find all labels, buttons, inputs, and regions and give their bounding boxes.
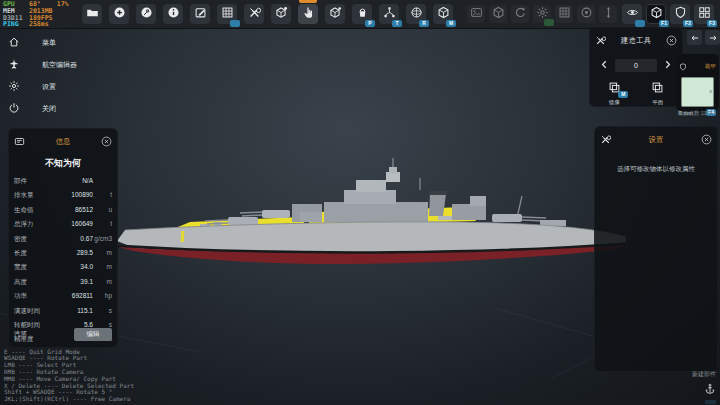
toolbar-button-edit[interactable]	[190, 4, 210, 24]
toolbar-button-cube[interactable]: F1	[646, 4, 666, 24]
toolbar-button-shield[interactable]: F2	[670, 4, 690, 24]
close-icon[interactable]	[666, 32, 677, 50]
cube-add-icon	[329, 5, 342, 23]
hand-icon	[302, 5, 315, 23]
updown-icon	[602, 5, 615, 23]
power-icon	[8, 100, 20, 118]
keybind-line: JKL;(Shift)(RCtrl) ---- Free Camera	[4, 396, 134, 403]
info-row: 总浮力160649t	[14, 220, 112, 234]
superstructure	[200, 158, 566, 228]
menu-item-label: 设置	[42, 82, 56, 92]
toolbar-button-add-circle[interactable]	[109, 4, 129, 24]
stat-unit: u	[93, 206, 112, 213]
toolbar-button-folder[interactable]	[82, 4, 102, 24]
stat-unit: m	[93, 278, 112, 285]
mirror-label: 镜像	[609, 99, 620, 106]
corner-tools: 新建部件	[692, 370, 716, 404]
toolbar-button-gizmo[interactable]: R	[406, 4, 426, 24]
armor-card[interactable]: 装甲 v 5 mm F4	[676, 54, 719, 111]
horn-edit-button[interactable]: 编辑	[74, 328, 112, 341]
arrow-right-icon	[708, 29, 718, 47]
toolbar-button-paint-bucket[interactable]: P	[352, 4, 372, 24]
info-panel-title: 信息	[25, 137, 101, 147]
stat-unit: m	[93, 249, 112, 256]
horn-label: 汽笛	[14, 330, 74, 339]
toolbar-button-grid[interactable]	[555, 5, 573, 23]
keybind-help: E ---- Quit Grid ModeWSADQE ---- Rotate …	[4, 349, 134, 403]
counter-value[interactable]: 0	[615, 59, 657, 72]
info-row: 满速时间115.1s	[14, 307, 112, 321]
settings-hint: 选择可修改物体以修改属性	[594, 165, 718, 174]
toolbar-button-rotate[interactable]	[511, 5, 529, 23]
toolbar-button-hand[interactable]	[298, 4, 318, 24]
decrement-button[interactable]	[599, 56, 610, 74]
toolbar-badge: F3	[707, 20, 717, 27]
toolbar-button-part-cube[interactable]	[271, 4, 291, 24]
mirror-badge: M	[618, 91, 628, 98]
home-icon	[8, 34, 20, 52]
menu-item-home[interactable]: 菜单	[8, 32, 77, 54]
close-icon[interactable]	[701, 131, 712, 149]
toolbar-button-target[interactable]	[577, 5, 595, 23]
toolbar-button-info-circle[interactable]	[163, 4, 183, 24]
undo-button[interactable]	[687, 30, 702, 45]
toolbar-button-eye[interactable]	[622, 4, 642, 24]
build-tools-title: 建造工具	[606, 36, 666, 46]
info-stats: 部件N/A排水量100890t生命值86512u总浮力160649t密度0.67…	[14, 177, 112, 350]
increment-button[interactable]	[662, 56, 673, 74]
mirror-button[interactable]: M 镜像	[596, 80, 632, 106]
stat-label: 功率	[14, 292, 72, 301]
stat-value: 100890	[71, 191, 93, 198]
info-row: 高度39.1m	[14, 278, 112, 292]
toolbar-badge: M	[446, 20, 456, 27]
info-row: 功率692811hp	[14, 292, 112, 306]
toolbar-button-workshop[interactable]	[136, 4, 156, 24]
redo-button[interactable]	[705, 30, 720, 45]
menu-item-power[interactable]: 关闭	[8, 98, 77, 120]
plane-button[interactable]: 平面	[640, 80, 676, 106]
plane-label: 平面	[652, 99, 663, 106]
info-row: 排水量100890t	[14, 191, 112, 205]
toolbar-badge: T	[392, 20, 402, 27]
toolbar-button-gear[interactable]	[533, 5, 551, 23]
workshop-icon	[140, 5, 153, 23]
menu-item-airplane[interactable]: 航空编辑器	[8, 54, 77, 76]
main-menu: 菜单航空编辑器设置关闭	[8, 32, 77, 120]
stat-value: 86512	[75, 206, 93, 213]
ship-name: 不知为何	[8, 157, 118, 170]
toolbar-button-squares[interactable]: F3	[694, 4, 714, 24]
stat-value: 115.1	[77, 307, 93, 314]
plane-icon	[651, 80, 664, 98]
menu-item-gear[interactable]: 设置	[8, 76, 77, 98]
part-cube-icon	[275, 5, 288, 23]
toolbar-button-cube[interactable]	[489, 5, 507, 23]
stat-label: 密度	[14, 235, 80, 244]
close-icon[interactable]	[101, 133, 112, 151]
toolbar-button-grid[interactable]	[217, 4, 237, 24]
toolbar-button-image[interactable]	[467, 5, 485, 23]
stat-value: 160649	[71, 220, 93, 227]
shield-icon	[679, 57, 687, 75]
info-row: 部件N/A	[14, 177, 112, 191]
toolbar-badge: F1	[659, 20, 669, 27]
stat-value: 0.67	[80, 235, 93, 242]
info-row: 长度289.5m	[14, 249, 112, 263]
armor-material-swatch[interactable]: v	[681, 77, 714, 107]
toolbar-button-hierarchy[interactable]: T	[379, 4, 399, 24]
tools-icon	[595, 32, 606, 50]
new-part-label: 新建部件	[692, 370, 716, 379]
settings-panel: 设置 选择可修改物体以修改属性	[594, 126, 718, 372]
stat-label: 满速时间	[14, 307, 77, 316]
info-row: 宽度34.0m	[14, 263, 112, 277]
anchor-button[interactable]	[704, 381, 716, 404]
target-icon	[580, 5, 593, 23]
bow-marking	[181, 231, 185, 242]
info-circle-icon	[167, 5, 180, 23]
toolbar-button-cube-add[interactable]	[325, 4, 345, 24]
cube-icon	[492, 5, 505, 23]
toolbar-button-updown[interactable]	[599, 5, 617, 23]
toolbar-badge: R	[419, 20, 429, 27]
gear-icon	[8, 78, 20, 96]
toolbar-button-tools[interactable]	[244, 4, 264, 24]
toolbar-button-cube[interactable]: M	[433, 4, 453, 24]
